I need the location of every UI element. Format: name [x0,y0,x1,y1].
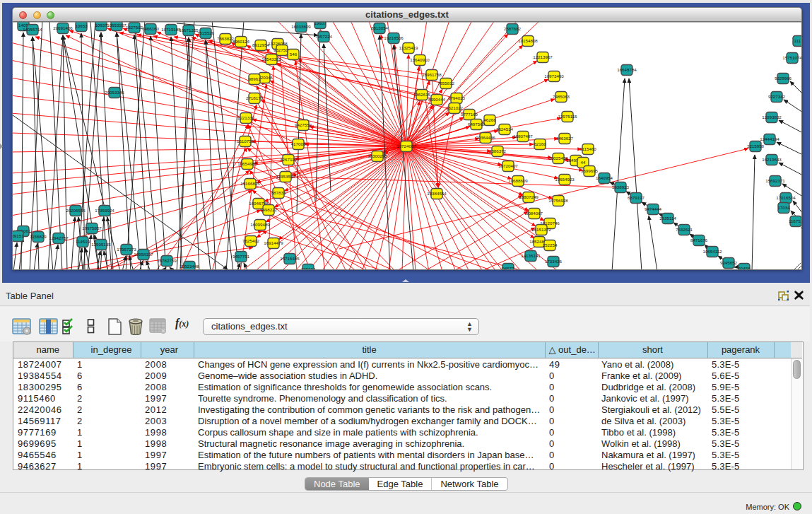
svg-text:18300295: 18300295 [367,153,387,158]
svg-text:62160: 62160 [534,141,546,146]
svg-text:8813054: 8813054 [371,25,389,30]
svg-text:12975115: 12975115 [558,114,577,119]
svg-text:16671355: 16671355 [179,28,199,33]
svg-text:3215958: 3215958 [747,144,765,148]
svg-text:15716485: 15716485 [280,256,300,261]
svg-text:16210643: 16210643 [762,157,782,162]
svg-text:16099489: 16099489 [250,222,270,227]
svg-text:19218506: 19218506 [384,35,404,40]
svg-text:8960124: 8960124 [233,39,250,44]
svg-text:1156829: 1156829 [30,234,47,239]
svg-text:19756928: 19756928 [548,198,568,203]
svg-text:8990444: 8990444 [428,97,446,102]
svg-text:14055714: 14055714 [23,27,42,32]
svg-text:9777169: 9777169 [461,112,478,117]
svg-text:12505135: 12505135 [91,242,111,247]
svg-text:16543362: 16543362 [261,57,281,62]
svg-text:546: 546 [290,52,298,57]
svg-text:10654112: 10654112 [702,249,722,254]
svg-text:887833: 887833 [271,190,286,195]
svg-text:10653: 10653 [75,23,88,28]
svg-text:16914479: 16914479 [264,240,283,245]
svg-text:14136141: 14136141 [521,253,541,258]
svg-text:17957273: 17957273 [117,247,136,252]
svg-text:12353594: 12353594 [276,174,295,179]
svg-text:3267110: 3267110 [280,157,297,162]
svg-text:6497568: 6497568 [468,122,486,127]
svg-text:1498222: 1498222 [260,207,278,212]
svg-text:20691406: 20691406 [53,25,73,30]
svg-text:10958157: 10958157 [134,252,153,257]
svg-text:7485063: 7485063 [553,94,570,99]
svg-text:19607: 19607 [314,22,326,25]
svg-text:20364436: 20364436 [476,135,495,140]
svg-text:8912954: 8912954 [252,42,270,47]
svg-text:9699695: 9699695 [581,168,599,173]
svg-text:12213967: 12213967 [533,54,553,59]
svg-text:1362615: 1362615 [413,92,431,97]
svg-text:2386372: 2386372 [489,148,507,153]
svg-text:13640910: 13640910 [410,57,430,62]
svg-text:19975857: 19975857 [82,226,102,230]
svg-text:10937: 10937 [95,23,107,28]
svg-text:2718176: 2718176 [246,95,264,100]
svg-text:11325419: 11325419 [399,45,418,50]
svg-text:17034: 17034 [777,205,790,210]
svg-text:9329966: 9329966 [775,76,792,81]
svg-text:18807249: 18807249 [519,194,539,199]
svg-text:10025438: 10025438 [548,156,568,160]
svg-text:10688609: 10688609 [508,178,528,183]
svg-text:19166825: 19166825 [240,181,260,186]
svg-text:9245652: 9245652 [720,260,738,265]
svg-text:9474444: 9474444 [645,206,662,211]
svg-text:6466160: 6466160 [142,26,160,31]
svg-text:16151372: 16151372 [531,227,551,232]
svg-text:252254: 252254 [543,243,558,247]
svg-text:114519: 114519 [76,239,90,244]
svg-text:8471676: 8471676 [690,238,708,243]
svg-text:15751074: 15751074 [782,55,802,60]
svg-text:9115460: 9115460 [579,146,596,151]
svg-text:12942757: 12942757 [49,235,69,240]
svg-text:15692371: 15692371 [765,178,785,183]
svg-text:19384554: 19384554 [427,191,447,196]
svg-text:20206555: 20206555 [66,208,86,213]
svg-text:7515526: 7515526 [197,30,215,35]
svg-text:18724007: 18724007 [396,144,416,148]
svg-text:19654923: 19654923 [555,177,575,182]
svg-text:12444194: 12444194 [760,136,779,141]
svg-text:1221339: 1221339 [237,115,255,120]
svg-text:7625402: 7625402 [242,238,260,243]
svg-text:7357224: 7357224 [315,34,333,39]
svg-text:1527602: 1527602 [126,25,143,30]
svg-text:10973493: 10973493 [544,74,564,78]
svg-text:12093832: 12093832 [762,115,782,119]
svg-text:10154808: 10154808 [518,38,538,43]
svg-text:116753: 116753 [789,218,802,223]
svg-text:16782759: 16782759 [157,258,177,263]
svg-text:9457791: 9457791 [233,254,250,259]
svg-text:10653267: 10653267 [107,23,126,28]
svg-text:1610755: 1610755 [237,139,254,144]
svg-text:2387682: 2387682 [504,26,522,31]
svg-text:9227342: 9227342 [768,94,786,99]
svg-text:6794023: 6794023 [448,95,466,100]
svg-text:12923448: 12923448 [180,264,199,269]
svg-text:16033809: 16033809 [291,24,311,29]
svg-text:2935114: 2935114 [659,216,676,221]
svg-text:17359924: 17359924 [95,208,114,213]
svg-text:5938923: 5938923 [612,185,630,189]
svg-text:1733426: 1733426 [545,259,563,264]
svg-text:19654985: 19654985 [237,161,257,166]
svg-text:1621022: 1621022 [446,105,464,110]
svg-text:98961: 98961 [248,76,261,81]
svg-text:44: 44 [581,160,586,165]
svg-text:7632621: 7632621 [676,227,693,232]
svg-text:417006: 417006 [291,141,306,146]
svg-text:15720407: 15720407 [498,163,518,168]
svg-text:9463627: 9463627 [556,136,574,141]
svg-text:9084067: 9084067 [526,211,543,216]
svg-text:16961758: 16961758 [422,72,442,77]
svg-text:1117: 1117 [794,38,802,43]
svg-text:20053346: 20053346 [105,90,124,95]
